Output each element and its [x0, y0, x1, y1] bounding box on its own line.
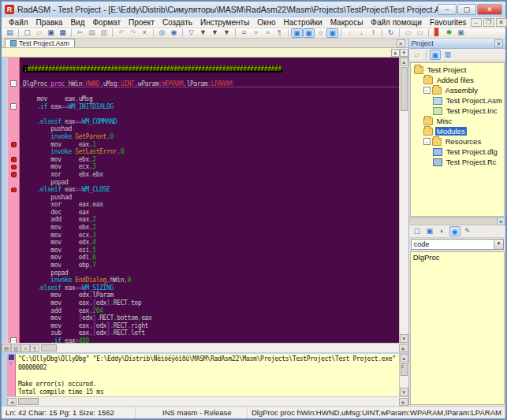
tree-item-modules[interactable]: Modules — [411, 126, 504, 136]
code-combobox[interactable]: code ▼ — [411, 239, 504, 250]
editor-lines[interactable]: ;#######################################… — [7, 58, 399, 343]
code-line[interactable]: mov esi,5 — [7, 247, 399, 255]
menu-вид[interactable]: Вид — [66, 18, 88, 27]
replace-icon[interactable]: ◉ — [168, 28, 180, 38]
code-symbol-list[interactable]: DlgProc — [410, 251, 505, 406]
code-line[interactable]: mov ecx,3 — [7, 163, 399, 171]
project-tree[interactable]: Test ProjectAdded files-AssemblyTest Pro… — [410, 62, 505, 217]
run-icon[interactable]: ! — [367, 28, 379, 38]
breakpoint-icon[interactable] — [11, 157, 17, 162]
breakpoint-gutter[interactable] — [7, 141, 20, 149]
scroll-right-arrow-icon[interactable]: ► — [399, 344, 408, 352]
redo-icon[interactable]: ↷ — [127, 28, 139, 38]
fold-gutter[interactable]: - — [7, 337, 20, 343]
bookmark-list-icon[interactable]: ≡ — [21, 344, 30, 352]
tabbar-close-icon[interactable]: ✕ — [397, 39, 405, 47]
project-panel-close-icon[interactable]: ✕ — [494, 39, 503, 47]
window-cascade-icon[interactable]: ▭ — [402, 28, 414, 38]
title-bar[interactable]: R RadASM - Test Project - [E:\Eddy\Distr… — [2, 2, 505, 17]
debug-icon[interactable]: ↻ — [385, 28, 397, 38]
tree-item-test-project-rc[interactable]: Test Project.Rc — [411, 157, 504, 167]
code-line[interactable]: popad — [7, 179, 399, 187]
chevron-down-icon[interactable]: ▼ — [494, 240, 503, 249]
code-line[interactable]: popad — [7, 269, 399, 277]
code-line[interactable]: .elseif eax==WM_SIZING — [7, 284, 399, 292]
code-line[interactable]: - .if eax>400 — [7, 337, 399, 343]
window-tile-icon[interactable]: ▭ — [414, 28, 426, 38]
code-line[interactable]: mov [edx].RECT.bottom,eax — [7, 314, 399, 322]
breakpoint-gutter[interactable] — [7, 186, 20, 194]
tree-item-resources[interactable]: -Resources — [411, 136, 504, 147]
code-line[interactable]: xor ebx,ebx — [7, 171, 399, 179]
undo-icon[interactable]: ↶ — [115, 28, 127, 38]
code-line[interactable]: mov edx,4 — [7, 239, 399, 247]
split-vertical-icon[interactable]: ▥ — [11, 344, 21, 352]
code-line[interactable]: pushad — [7, 125, 399, 133]
tree-expander-icon[interactable]: - — [423, 87, 431, 94]
code-line[interactable]: add eax,204 — [7, 307, 399, 315]
code-line[interactable]: mov edi,6 — [7, 254, 399, 262]
tab-test-project-asm[interactable]: Test Project.Asm — [5, 39, 75, 47]
code-panel-close-icon[interactable]: ✕ — [497, 217, 505, 225]
tree-expander-icon[interactable]: - — [423, 138, 431, 145]
code-line[interactable]: mov ebx,2 — [7, 224, 399, 232]
code-line[interactable]: dec eax — [7, 209, 399, 217]
breakpoint-gutter[interactable] — [7, 156, 20, 164]
save-icon[interactable]: ▣ — [45, 28, 57, 38]
mdi-minimize-icon[interactable]: – — [471, 18, 482, 27]
indent-icon[interactable]: » — [250, 28, 262, 38]
code-line[interactable]: invoke SetLastError,0 — [7, 148, 399, 156]
scroll-up-icon[interactable]: ▲ — [391, 49, 400, 57]
filter-all-icon[interactable]: ▢ — [412, 226, 423, 236]
editor-hscrollbar[interactable]: ▤▥≡¶ ► — [2, 343, 408, 352]
goto-definition-icon[interactable]: ✎ — [462, 226, 473, 236]
breakpoint-icon[interactable] — [11, 165, 17, 170]
scroll-down-arrow-icon[interactable]: ▼ — [400, 334, 408, 343]
code-line[interactable] — [7, 110, 399, 118]
fold-minus-icon[interactable]: - — [10, 103, 17, 110]
code-line[interactable]: invoke EndDialog,hWin,0 — [7, 277, 399, 284]
fold-gutter[interactable]: - — [7, 80, 20, 88]
cut-icon[interactable]: ✂ — [74, 28, 86, 38]
addins-icon[interactable]: ✱ — [443, 28, 455, 38]
close-button[interactable]: ✕ — [477, 4, 502, 15]
find-icon[interactable]: ◎ — [156, 28, 168, 38]
mdi-restore-icon[interactable]: ❐ — [483, 18, 494, 27]
snapshot-icon[interactable]: ▣ — [455, 28, 467, 38]
line-numbers-icon[interactable]: ¶ — [30, 344, 39, 352]
code-line[interactable]: invoke GetParent,0 — [7, 133, 399, 141]
code-line[interactable]: -DlgProc proc hWin:HWND,uMsg:UINT,wParam… — [7, 80, 399, 88]
fold-minus-icon[interactable]: - — [10, 337, 17, 343]
code-line[interactable]: mov eax,[edx].RECT.right — [7, 322, 399, 330]
output-pane[interactable]: ≋ "C:\OllyDbg\OllyDbg" "E:\Eddy\Distrib\… — [2, 352, 408, 406]
view-icons-icon[interactable]: ▣ — [430, 50, 441, 60]
breakpoint-gutter[interactable] — [7, 171, 20, 179]
code-editor[interactable]: ;#######################################… — [2, 58, 408, 352]
comment-block-icon[interactable]: ¶ — [274, 28, 285, 38]
paste-icon[interactable]: ▥ — [98, 28, 110, 38]
open-file-icon[interactable]: ▱ — [33, 28, 45, 38]
menu-настройки[interactable]: Настройки — [280, 18, 326, 27]
goto-icon[interactable]: ≡ — [238, 28, 250, 38]
tree-item-test-project-inc[interactable]: Test Project.Inc — [411, 106, 504, 116]
code-line[interactable] — [7, 58, 399, 65]
project-panel-titlebar[interactable]: Project ✕ — [409, 39, 505, 49]
fold-minus-icon[interactable]: - — [10, 80, 17, 87]
view-list-icon[interactable]: ▥ — [442, 50, 453, 60]
delete-icon[interactable]: × — [139, 28, 151, 38]
menu-инструменты[interactable]: Инструменты — [196, 18, 253, 27]
mdi-close-icon[interactable]: ✕ — [496, 18, 507, 27]
tree-item-test-project-asm[interactable]: Test Project.Asm — [411, 95, 504, 106]
project-explorer-icon[interactable]: ▣ — [291, 28, 303, 38]
tree-item-added-files[interactable]: Added files — [411, 75, 504, 85]
filter-procs-icon[interactable]: ◉ — [449, 226, 460, 236]
symbol-dlgproc[interactable]: DlgProc — [413, 253, 501, 262]
menu-файл-помощи[interactable]: Файл помощи — [367, 18, 426, 27]
code-line[interactable] — [7, 87, 399, 95]
filter-macros-icon[interactable]: ◐ — [437, 226, 448, 236]
scroll-down-icon[interactable]: ▼ — [400, 49, 408, 57]
tree-item-test-project[interactable]: Test Project — [411, 65, 504, 75]
breakpoint-icon[interactable] — [11, 172, 17, 177]
code-line[interactable]: mov eax,uMsg — [7, 95, 399, 103]
code-line[interactable]: mov ebp,7 — [7, 262, 399, 269]
